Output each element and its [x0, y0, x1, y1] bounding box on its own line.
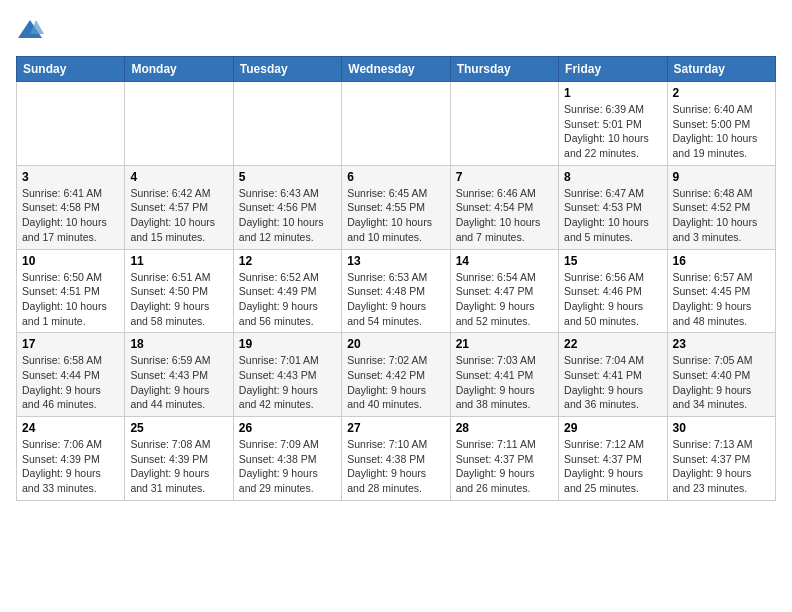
day-number: 25: [130, 421, 227, 435]
calendar-cell: 16Sunrise: 6:57 AM Sunset: 4:45 PM Dayli…: [667, 249, 775, 333]
day-number: 3: [22, 170, 119, 184]
day-number: 29: [564, 421, 661, 435]
day-number: 30: [673, 421, 770, 435]
day-number: 27: [347, 421, 444, 435]
day-number: 2: [673, 86, 770, 100]
day-info: Sunrise: 6:43 AM Sunset: 4:56 PM Dayligh…: [239, 186, 336, 245]
day-info: Sunrise: 6:40 AM Sunset: 5:00 PM Dayligh…: [673, 102, 770, 161]
day-info: Sunrise: 6:57 AM Sunset: 4:45 PM Dayligh…: [673, 270, 770, 329]
calendar-cell: 19Sunrise: 7:01 AM Sunset: 4:43 PM Dayli…: [233, 333, 341, 417]
day-number: 24: [22, 421, 119, 435]
day-info: Sunrise: 7:01 AM Sunset: 4:43 PM Dayligh…: [239, 353, 336, 412]
calendar-cell: 28Sunrise: 7:11 AM Sunset: 4:37 PM Dayli…: [450, 417, 558, 501]
weekday-header-sunday: Sunday: [17, 57, 125, 82]
weekday-header-tuesday: Tuesday: [233, 57, 341, 82]
day-info: Sunrise: 7:03 AM Sunset: 4:41 PM Dayligh…: [456, 353, 553, 412]
calendar-week-1: 1Sunrise: 6:39 AM Sunset: 5:01 PM Daylig…: [17, 82, 776, 166]
day-number: 4: [130, 170, 227, 184]
day-info: Sunrise: 6:50 AM Sunset: 4:51 PM Dayligh…: [22, 270, 119, 329]
day-info: Sunrise: 6:51 AM Sunset: 4:50 PM Dayligh…: [130, 270, 227, 329]
calendar-cell: 30Sunrise: 7:13 AM Sunset: 4:37 PM Dayli…: [667, 417, 775, 501]
day-info: Sunrise: 7:04 AM Sunset: 4:41 PM Dayligh…: [564, 353, 661, 412]
calendar-cell: 1Sunrise: 6:39 AM Sunset: 5:01 PM Daylig…: [559, 82, 667, 166]
logo-icon: [16, 16, 44, 44]
calendar-week-3: 10Sunrise: 6:50 AM Sunset: 4:51 PM Dayli…: [17, 249, 776, 333]
calendar-cell: 10Sunrise: 6:50 AM Sunset: 4:51 PM Dayli…: [17, 249, 125, 333]
day-info: Sunrise: 6:39 AM Sunset: 5:01 PM Dayligh…: [564, 102, 661, 161]
day-info: Sunrise: 6:45 AM Sunset: 4:55 PM Dayligh…: [347, 186, 444, 245]
calendar-cell: 9Sunrise: 6:48 AM Sunset: 4:52 PM Daylig…: [667, 165, 775, 249]
day-number: 22: [564, 337, 661, 351]
day-info: Sunrise: 6:56 AM Sunset: 4:46 PM Dayligh…: [564, 270, 661, 329]
calendar-table: SundayMondayTuesdayWednesdayThursdayFrid…: [16, 56, 776, 501]
calendar-cell: 6Sunrise: 6:45 AM Sunset: 4:55 PM Daylig…: [342, 165, 450, 249]
day-info: Sunrise: 6:46 AM Sunset: 4:54 PM Dayligh…: [456, 186, 553, 245]
calendar-cell: 5Sunrise: 6:43 AM Sunset: 4:56 PM Daylig…: [233, 165, 341, 249]
day-number: 20: [347, 337, 444, 351]
day-info: Sunrise: 7:09 AM Sunset: 4:38 PM Dayligh…: [239, 437, 336, 496]
calendar-cell: 22Sunrise: 7:04 AM Sunset: 4:41 PM Dayli…: [559, 333, 667, 417]
calendar-cell: 15Sunrise: 6:56 AM Sunset: 4:46 PM Dayli…: [559, 249, 667, 333]
calendar-cell: [125, 82, 233, 166]
day-number: 19: [239, 337, 336, 351]
calendar-cell: [342, 82, 450, 166]
page-header: [16, 16, 776, 44]
day-number: 16: [673, 254, 770, 268]
calendar-cell: 27Sunrise: 7:10 AM Sunset: 4:38 PM Dayli…: [342, 417, 450, 501]
day-info: Sunrise: 6:53 AM Sunset: 4:48 PM Dayligh…: [347, 270, 444, 329]
day-info: Sunrise: 7:06 AM Sunset: 4:39 PM Dayligh…: [22, 437, 119, 496]
weekday-header-wednesday: Wednesday: [342, 57, 450, 82]
calendar-cell: 20Sunrise: 7:02 AM Sunset: 4:42 PM Dayli…: [342, 333, 450, 417]
weekday-header-row: SundayMondayTuesdayWednesdayThursdayFrid…: [17, 57, 776, 82]
weekday-header-thursday: Thursday: [450, 57, 558, 82]
calendar-cell: 12Sunrise: 6:52 AM Sunset: 4:49 PM Dayli…: [233, 249, 341, 333]
day-number: 10: [22, 254, 119, 268]
calendar-cell: 7Sunrise: 6:46 AM Sunset: 4:54 PM Daylig…: [450, 165, 558, 249]
calendar-cell: 18Sunrise: 6:59 AM Sunset: 4:43 PM Dayli…: [125, 333, 233, 417]
day-number: 18: [130, 337, 227, 351]
weekday-header-monday: Monday: [125, 57, 233, 82]
day-info: Sunrise: 6:52 AM Sunset: 4:49 PM Dayligh…: [239, 270, 336, 329]
calendar-week-2: 3Sunrise: 6:41 AM Sunset: 4:58 PM Daylig…: [17, 165, 776, 249]
day-number: 14: [456, 254, 553, 268]
calendar-cell: 24Sunrise: 7:06 AM Sunset: 4:39 PM Dayli…: [17, 417, 125, 501]
day-number: 17: [22, 337, 119, 351]
calendar-cell: 29Sunrise: 7:12 AM Sunset: 4:37 PM Dayli…: [559, 417, 667, 501]
calendar-cell: 4Sunrise: 6:42 AM Sunset: 4:57 PM Daylig…: [125, 165, 233, 249]
calendar-cell: [233, 82, 341, 166]
calendar-cell: 2Sunrise: 6:40 AM Sunset: 5:00 PM Daylig…: [667, 82, 775, 166]
calendar-cell: 14Sunrise: 6:54 AM Sunset: 4:47 PM Dayli…: [450, 249, 558, 333]
day-info: Sunrise: 7:02 AM Sunset: 4:42 PM Dayligh…: [347, 353, 444, 412]
weekday-header-saturday: Saturday: [667, 57, 775, 82]
day-number: 12: [239, 254, 336, 268]
day-number: 11: [130, 254, 227, 268]
calendar-cell: [17, 82, 125, 166]
calendar-week-5: 24Sunrise: 7:06 AM Sunset: 4:39 PM Dayli…: [17, 417, 776, 501]
day-number: 1: [564, 86, 661, 100]
calendar-cell: 25Sunrise: 7:08 AM Sunset: 4:39 PM Dayli…: [125, 417, 233, 501]
day-info: Sunrise: 6:41 AM Sunset: 4:58 PM Dayligh…: [22, 186, 119, 245]
calendar-cell: 26Sunrise: 7:09 AM Sunset: 4:38 PM Dayli…: [233, 417, 341, 501]
day-number: 5: [239, 170, 336, 184]
day-info: Sunrise: 6:42 AM Sunset: 4:57 PM Dayligh…: [130, 186, 227, 245]
day-number: 26: [239, 421, 336, 435]
day-number: 21: [456, 337, 553, 351]
calendar-cell: 23Sunrise: 7:05 AM Sunset: 4:40 PM Dayli…: [667, 333, 775, 417]
day-info: Sunrise: 7:05 AM Sunset: 4:40 PM Dayligh…: [673, 353, 770, 412]
day-info: Sunrise: 7:10 AM Sunset: 4:38 PM Dayligh…: [347, 437, 444, 496]
calendar-week-4: 17Sunrise: 6:58 AM Sunset: 4:44 PM Dayli…: [17, 333, 776, 417]
calendar-cell: 13Sunrise: 6:53 AM Sunset: 4:48 PM Dayli…: [342, 249, 450, 333]
day-info: Sunrise: 6:54 AM Sunset: 4:47 PM Dayligh…: [456, 270, 553, 329]
day-info: Sunrise: 7:11 AM Sunset: 4:37 PM Dayligh…: [456, 437, 553, 496]
calendar-cell: 8Sunrise: 6:47 AM Sunset: 4:53 PM Daylig…: [559, 165, 667, 249]
day-info: Sunrise: 6:48 AM Sunset: 4:52 PM Dayligh…: [673, 186, 770, 245]
day-number: 9: [673, 170, 770, 184]
logo: [16, 16, 48, 44]
day-info: Sunrise: 6:59 AM Sunset: 4:43 PM Dayligh…: [130, 353, 227, 412]
day-number: 23: [673, 337, 770, 351]
calendar-cell: [450, 82, 558, 166]
day-info: Sunrise: 7:13 AM Sunset: 4:37 PM Dayligh…: [673, 437, 770, 496]
day-number: 8: [564, 170, 661, 184]
calendar-cell: 11Sunrise: 6:51 AM Sunset: 4:50 PM Dayli…: [125, 249, 233, 333]
weekday-header-friday: Friday: [559, 57, 667, 82]
